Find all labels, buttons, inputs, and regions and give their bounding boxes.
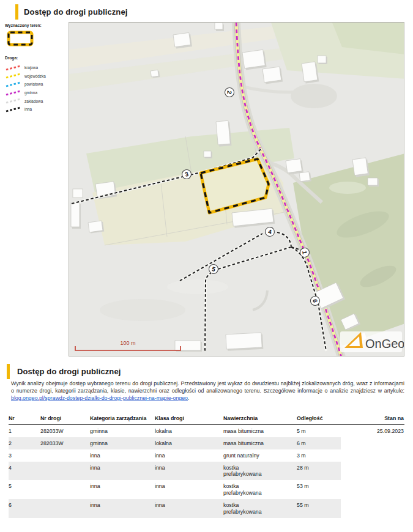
krajowa-dash-icon bbox=[5, 64, 22, 72]
cell-nr: 6 bbox=[9, 499, 40, 518]
cell-nr: 3 bbox=[9, 449, 40, 462]
cell-klasa: lokalna bbox=[155, 424, 223, 437]
legend-selected-area-label: Wyznaczony teren: bbox=[5, 23, 67, 28]
zakladowa-dash-icon bbox=[5, 97, 22, 105]
cell-nr: 5 bbox=[9, 480, 40, 499]
cell-kategoria: inna bbox=[90, 462, 155, 481]
cell-kategoria: inna bbox=[90, 480, 155, 499]
legend-item-krajowa: krajowa bbox=[5, 64, 67, 72]
cell-nr-drogi: 282033W bbox=[40, 424, 90, 437]
cell-kategoria: inna bbox=[90, 499, 155, 518]
cell-stan-na bbox=[341, 480, 404, 499]
cell-odleglosc: 5 m bbox=[297, 424, 341, 437]
cell-klasa: inna bbox=[155, 499, 223, 518]
cell-stan-na bbox=[341, 437, 404, 449]
cell-nr-drogi bbox=[40, 480, 90, 499]
cell-klasa: lokalna bbox=[155, 437, 223, 449]
cell-nawierzchnia: kostka prefabrykowana bbox=[223, 480, 297, 499]
legend-item-wojewodzka: wojewódzka bbox=[5, 72, 67, 81]
roads-table: Nr Nr drogi Kategoria zarządzania Klasa … bbox=[9, 415, 404, 518]
column-header-klasa: Klasa drogi bbox=[155, 415, 223, 424]
selected-area-swatch bbox=[6, 30, 67, 50]
map-legend: Wyznaczony teren: Droga: krajowa wojewód… bbox=[5, 23, 67, 114]
selected-area-swatch-icon bbox=[6, 30, 34, 47]
cell-nr: 2 bbox=[9, 437, 40, 449]
map: 1 2 3 4 5 6 100 m bbox=[69, 22, 404, 357]
cell-nr: 1 bbox=[9, 424, 40, 437]
cell-klasa: inna bbox=[155, 480, 223, 499]
section2-title: Dostęp do drogi publicznej bbox=[17, 367, 121, 376]
cell-nawierzchnia: kostka prefabrykowana bbox=[223, 462, 297, 481]
cell-nawierzchnia: masa bitumiczna bbox=[223, 424, 297, 437]
wojewodzka-dash-icon bbox=[5, 72, 22, 79]
section1-header: Dostęp do drogi publicznej bbox=[15, 4, 127, 20]
cell-odleglosc: 55 m bbox=[297, 499, 341, 518]
road-marker-2: 2 bbox=[225, 87, 234, 97]
legend-item-inna: inna bbox=[5, 105, 67, 114]
column-header-nr: Nr bbox=[9, 415, 40, 424]
cell-odleglosc: 53 m bbox=[297, 480, 341, 499]
map-canvas: 1 2 3 4 5 6 100 m bbox=[69, 23, 404, 356]
cell-nawierzchnia: kostka prefabrykowana bbox=[223, 499, 297, 518]
accent-bar bbox=[15, 4, 18, 20]
cell-stan-na bbox=[341, 462, 404, 481]
cell-klasa: inna bbox=[155, 462, 223, 481]
column-header-nr-drogi: Nr drogi bbox=[40, 415, 90, 424]
cell-nr: 4 bbox=[9, 462, 40, 481]
cell-nr-drogi bbox=[40, 449, 90, 462]
table-row: 4 inna inna kostka prefabrykowana 28 m bbox=[9, 462, 404, 481]
cell-nr-drogi bbox=[40, 462, 90, 481]
column-header-odleglosc: Odległość bbox=[297, 415, 341, 424]
cell-stan-na: 25.09.2023 bbox=[341, 424, 404, 437]
cell-odleglosc: 6 m bbox=[297, 437, 341, 449]
cell-nawierzchnia: masa bitumiczna bbox=[223, 437, 297, 449]
ongeo-logo-text: OnGeo bbox=[365, 337, 404, 350]
table-header-row: Nr Nr drogi Kategoria zarządzania Klasa … bbox=[9, 415, 404, 424]
table-row: 6 inna inna kostka prefabrykowana 55 m bbox=[9, 499, 404, 518]
inna-dash-icon bbox=[5, 106, 22, 113]
column-header-kategoria: Kategoria zarządzania bbox=[90, 415, 155, 424]
cell-klasa: inna bbox=[155, 449, 223, 462]
column-header-stan-na: Stan na bbox=[341, 415, 404, 424]
cell-nr-drogi: 282033W bbox=[40, 437, 90, 449]
cell-nr-drogi bbox=[40, 499, 90, 518]
column-header-nawierzchnia: Nawierzchnia bbox=[223, 415, 297, 424]
analysis-description: Wynik analizy obejmuje dostęp wybranego … bbox=[11, 380, 404, 402]
gminna-dash-icon bbox=[5, 89, 22, 97]
description-text: Wynik analizy obejmuje dostęp wybranego … bbox=[11, 380, 404, 394]
section1-title: Dostęp do drogi publicznej bbox=[24, 7, 127, 17]
cell-nawierzchnia: grunt naturalny bbox=[223, 449, 297, 462]
map-scale-label: 100 m bbox=[120, 340, 135, 346]
legend-item-powiatowa: powiatowa bbox=[5, 80, 67, 89]
accent-bar bbox=[7, 364, 10, 379]
ongeo-logo: OnGeo bbox=[340, 331, 404, 352]
table-row: 2 282033W gminna lokalna masa bitumiczna… bbox=[9, 437, 404, 449]
article-link[interactable]: blog.ongeo.pl/sprawdz-dostep-dzialki-do-… bbox=[11, 395, 188, 401]
cell-odleglosc: 3 m bbox=[297, 449, 341, 462]
cell-stan-na bbox=[341, 449, 404, 462]
cell-stan-na bbox=[341, 499, 404, 518]
table-row: 3 inna inna grunt naturalny 3 m bbox=[9, 449, 404, 462]
cell-odleglosc: 28 m bbox=[297, 462, 341, 481]
legend-item-gminna: gminna bbox=[5, 89, 67, 97]
legend-item-zakladowa: zakładowa bbox=[5, 97, 67, 105]
cell-kategoria: inna bbox=[90, 449, 155, 462]
powiatowa-dash-icon bbox=[5, 81, 22, 88]
legend-roads-label: Droga: bbox=[5, 56, 67, 60]
section2-header: Dostęp do drogi publicznej bbox=[7, 364, 121, 379]
cell-kategoria: gminna bbox=[90, 424, 155, 437]
report-page: Dostęp do drogi publicznej Wyznaczony te… bbox=[0, 0, 413, 532]
table-row: 1 282033W gminna lokalna masa bitumiczna… bbox=[9, 424, 404, 437]
table-row: 5 inna inna kostka prefabrykowana 53 m bbox=[9, 480, 404, 499]
description-period: . bbox=[188, 395, 189, 401]
cell-kategoria: gminna bbox=[90, 437, 155, 449]
